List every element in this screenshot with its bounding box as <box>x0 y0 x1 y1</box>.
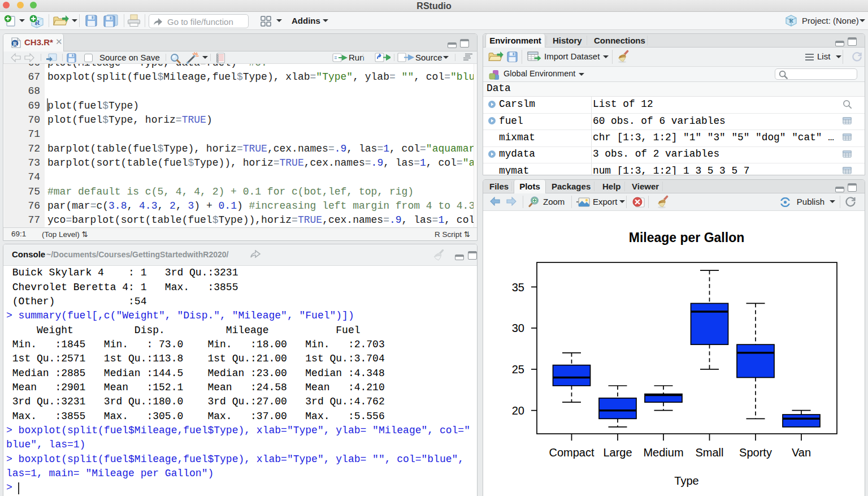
svg-text:Medium: Medium <box>643 446 683 459</box>
svg-text:Mileage per Gallon: Mileage per Gallon <box>629 230 745 245</box>
svg-text:Compact: Compact <box>549 446 594 459</box>
svg-text:Van: Van <box>792 446 811 459</box>
svg-text:Small: Small <box>695 446 723 459</box>
svg-text:Large: Large <box>603 446 632 459</box>
svg-text:20: 20 <box>512 404 524 417</box>
svg-text:Type: Type <box>674 475 698 487</box>
svg-text:Sporty: Sporty <box>739 446 772 459</box>
svg-text:25: 25 <box>512 363 524 376</box>
svg-text:R: R <box>13 41 17 47</box>
svg-text:35: 35 <box>512 281 524 294</box>
svg-text:R: R <box>789 18 793 24</box>
svg-text:30: 30 <box>512 322 524 334</box>
